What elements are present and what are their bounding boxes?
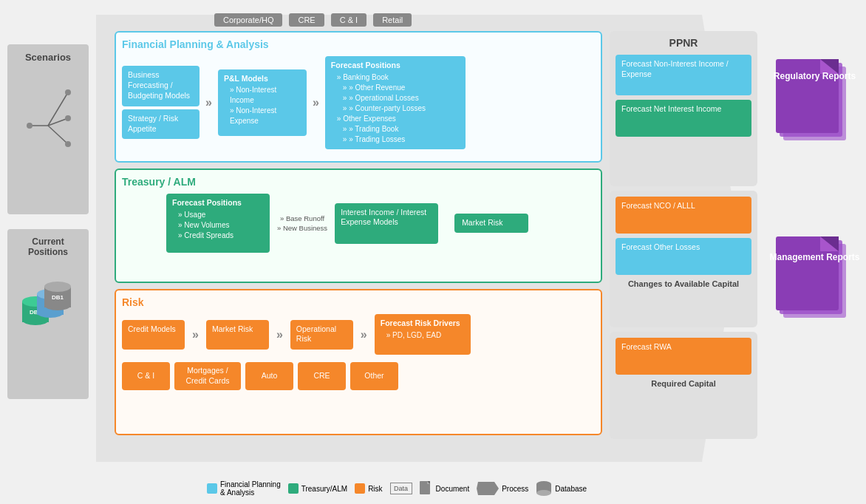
- risk-title: Risk: [122, 296, 595, 308]
- fp-bullet-7: » Trading Losses: [337, 134, 460, 145]
- fp-bullet-4: » Counter-party Losses: [337, 103, 460, 114]
- col-header-ci: C & I: [331, 13, 366, 27]
- arrow2: »: [313, 96, 319, 109]
- svg-line-3: [48, 118, 68, 126]
- forecast-net-interest-box: Forecast Net Interest Income: [616, 100, 751, 137]
- frd-bullet-1: PD, LGD, EAD: [386, 330, 465, 341]
- legend-risk-label: Risk: [368, 485, 382, 493]
- changes-section: Forecast NCO / ALLL Forecast Other Losse…: [610, 191, 757, 327]
- fpa-left: Business Forecasting / Budgeting Models …: [122, 66, 200, 139]
- svg-line-4: [48, 126, 68, 144]
- forecast-nco-box: Forecast NCO / ALLL: [616, 197, 751, 234]
- changes-title: Changes to Available Capital: [616, 279, 751, 288]
- legend-fpa-label: Financial Planning& Analysis: [220, 480, 281, 497]
- svg-point-8: [65, 141, 71, 147]
- management-reports-label: Management Reports: [769, 251, 859, 264]
- required-capital-title: Required Capital: [616, 379, 751, 388]
- fpa-title: Financial Planning & Analysis: [122, 38, 595, 50]
- svg-text:DB1: DB1: [51, 294, 64, 301]
- legend-risk-color: [355, 483, 365, 494]
- svg-line-2: [48, 92, 68, 126]
- fp-bullet-3: » Operational Losses: [337, 93, 460, 103]
- tp-bullet-2: New Volumes: [178, 220, 264, 231]
- arrow-risk1: »: [192, 328, 199, 341]
- risk-top-row: Credit Models » Market Risk » Operationa…: [122, 314, 595, 355]
- fp-bullet-2: » Other Revenue: [337, 83, 460, 93]
- legend-db-icon: [536, 480, 552, 497]
- fp-bullet-1: Banking Book: [337, 72, 460, 83]
- strategy-risk-box: Strategy / Risk Appetite: [122, 109, 200, 139]
- legend-risk: Risk: [355, 483, 382, 494]
- auto-box: Auto: [245, 362, 293, 390]
- svg-point-37: [536, 490, 551, 496]
- legend-db-label: Database: [555, 485, 587, 493]
- forecast-risk-drivers-box: Forecast Risk Drivers PD, LGD, EAD: [375, 314, 471, 355]
- legend: Financial Planning& Analysis Treasury/AL…: [207, 480, 587, 497]
- svg-marker-34: [477, 482, 499, 495]
- legend-fpa-color: [207, 483, 217, 494]
- legend-doc-icon: [420, 481, 433, 496]
- legend-treasury-label: Treasury/ALM: [301, 485, 347, 493]
- legend-data-box: Data: [390, 483, 412, 494]
- interest-income-box: Interest Income / Interest Expense Model…: [335, 203, 438, 244]
- market-risk-risk-box: Market Risk: [206, 320, 269, 350]
- treasury-section: Treasury / ALM Forecast Positions Usage …: [115, 168, 602, 283]
- db-cylinders: DB3 DB2 DB1: [17, 265, 80, 346]
- treasury-title: Treasury / ALM: [122, 176, 595, 188]
- forecast-rwa-box: Forecast RWA: [616, 338, 751, 375]
- current-positions-label: Current Positions: [15, 236, 81, 257]
- legend-fpa: Financial Planning& Analysis: [207, 480, 281, 497]
- scenarios-diagram: [22, 78, 74, 174]
- ppnr-title: PPNR: [616, 37, 751, 49]
- arrow1: »: [205, 96, 212, 109]
- scenarios-box: Scenarios: [7, 44, 89, 214]
- legend-process-icon: [477, 482, 499, 495]
- legend-document: Document: [420, 481, 470, 496]
- reports-panel: Regulatory Reports Management Reports: [768, 44, 861, 392]
- fp-bullet-6: » Trading Book: [337, 124, 460, 134]
- pl-bullet-1: Non-Interest Income: [230, 85, 301, 106]
- credit-models-box: Credit Models: [122, 320, 185, 350]
- fpa-inner: Business Forecasting / Budgeting Models …: [122, 56, 595, 149]
- left-panel: Scenarios Current Positions: [7, 44, 96, 443]
- legend-data: Data: [390, 483, 412, 494]
- mortgages-box: Mortgages / Credit Cards: [174, 362, 241, 390]
- required-capital-section: Forecast RWA Required Capital: [610, 332, 757, 439]
- arrow-risk3: »: [361, 328, 367, 341]
- forecast-other-losses-box: Forecast Other Losses: [616, 238, 751, 275]
- market-risk-treasury: Market Risk: [454, 214, 528, 233]
- forecast-positions-treasury-box: Forecast Positions Usage New Volumes Cre…: [166, 194, 270, 253]
- main-container: Scenarios Current Positions: [0, 0, 866, 504]
- other-box: Other: [350, 362, 398, 390]
- current-positions-box: Current Positions DB3 DB2 DB1: [7, 229, 89, 399]
- regulatory-reports-doc: Regulatory Reports: [768, 44, 861, 229]
- base-runoff-text: » Base Runoff » New Business: [277, 214, 327, 234]
- col-header-cre: CRE: [289, 13, 324, 27]
- scenarios-label: Scenarios: [25, 52, 71, 63]
- forecast-positions-fpa-box: Forecast Positions Banking Book » Other …: [325, 56, 466, 149]
- market-risk-treasury-box: Market Risk: [454, 214, 528, 233]
- risk-bottom-row: C & I Mortgages / Credit Cards Auto CRE …: [122, 362, 595, 390]
- tp-bullet-1: Usage: [178, 210, 264, 220]
- legend-process: Process: [477, 482, 528, 495]
- forecast-non-interest-box: Forecast Non-Interest Income / Expense: [616, 55, 751, 95]
- ci-box: C & I: [122, 362, 170, 390]
- col-header-corporate: Corporate/HQ: [214, 13, 282, 27]
- risk-section: Risk Credit Models » Market Risk » Opera…: [115, 289, 602, 435]
- business-forecasting-box: Business Forecasting / Budgeting Models: [122, 66, 200, 106]
- operational-risk-box: Operational Risk: [290, 320, 353, 350]
- fp-bullet-5: Other Expenses: [337, 114, 460, 124]
- legend-database: Database: [536, 480, 587, 497]
- pl-models-box: P&L Models Non-Interest Income Non-Inter…: [218, 69, 307, 136]
- right-panel: PPNR Forecast Non-Interest Income / Expe…: [610, 31, 757, 441]
- treasury-inner: Forecast Positions Usage New Volumes Cre…: [122, 194, 595, 253]
- regulatory-reports-label: Regulatory Reports: [774, 70, 856, 83]
- svg-point-5: [27, 123, 33, 129]
- svg-point-6: [65, 89, 71, 95]
- fpa-section: Financial Planning & Analysis Business F…: [115, 31, 602, 163]
- pl-bullet-2: Non-Interest Expense: [230, 106, 301, 126]
- ppnr-section: PPNR Forecast Non-Interest Income / Expe…: [610, 31, 757, 186]
- svg-point-7: [65, 115, 71, 121]
- arrow-risk2: »: [276, 328, 283, 341]
- legend-doc-label: Document: [436, 485, 470, 493]
